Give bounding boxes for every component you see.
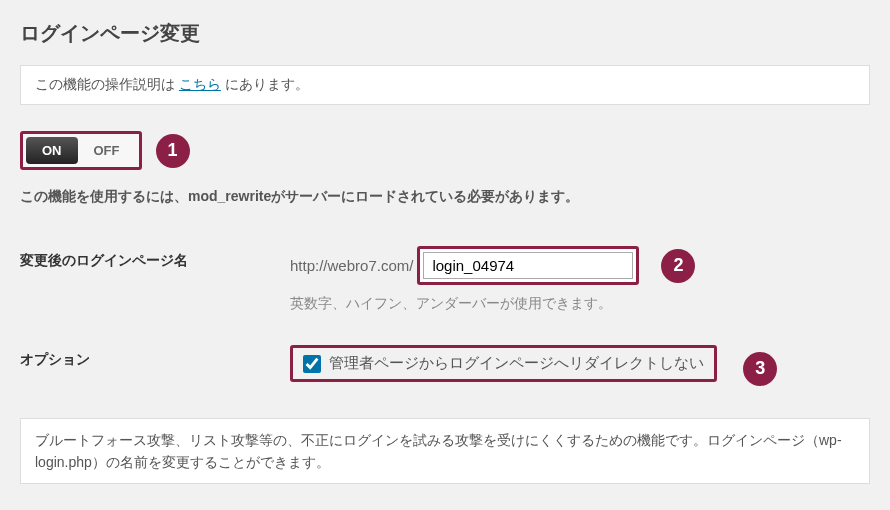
description-box: ブルートフォース攻撃、リスト攻撃等の、不正にログインを試みる攻撃を受けにくくする… (20, 418, 870, 485)
notice-prefix: この機能の操作説明は (35, 76, 179, 92)
notice-suffix: にあります。 (221, 76, 309, 92)
login-page-field: http://webro7.com/ 2 英数字、ハイフン、アンダーバーが使用で… (290, 246, 870, 313)
option-field: 管理者ページからログインページへリダイレクトしない 3 (290, 345, 870, 386)
url-prefix: http://webro7.com/ (290, 257, 413, 274)
toggle-row: ON OFF 1 (20, 131, 870, 170)
toggle-off-button[interactable]: OFF (78, 137, 136, 164)
login-page-row: 変更後のログインページ名 http://webro7.com/ 2 英数字、ハイ… (20, 246, 870, 313)
toggle-on-button[interactable]: ON (26, 137, 78, 164)
marker-1: 1 (156, 134, 190, 168)
option-checkbox-label[interactable]: 管理者ページからログインページへリダイレクトしない (329, 354, 704, 373)
login-page-hint: 英数字、ハイフン、アンダーバーが使用できます。 (290, 295, 870, 313)
login-page-label: 変更後のログインページ名 (20, 246, 290, 270)
login-page-input[interactable] (423, 252, 633, 279)
option-label: オプション (20, 345, 290, 369)
toggle-group: ON OFF (20, 131, 142, 170)
mod-rewrite-note: この機能を使用するには、mod_rewriteがサーバーにロードされている必要が… (20, 188, 870, 206)
option-row: オプション 管理者ページからログインページへリダイレクトしない 3 (20, 345, 870, 386)
marker-3: 3 (743, 352, 777, 386)
option-checkbox[interactable] (303, 355, 321, 373)
notice-link[interactable]: こちら (179, 76, 221, 92)
notice-box: この機能の操作説明は こちら にあります。 (20, 65, 870, 105)
marker-2: 2 (661, 249, 695, 283)
option-checkbox-wrap: 管理者ページからログインページへリダイレクトしない (290, 345, 717, 382)
login-page-input-wrap (417, 246, 639, 285)
page-title: ログインページ変更 (20, 20, 870, 47)
